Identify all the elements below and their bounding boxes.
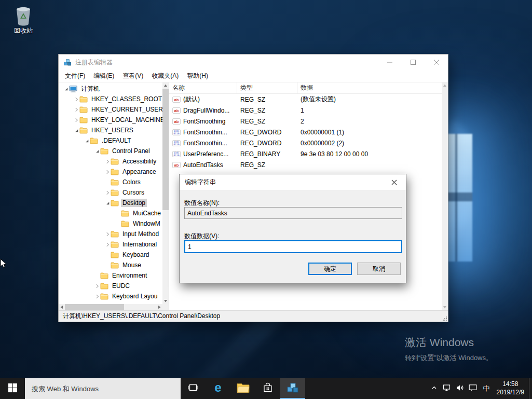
tree-item-计算机[interactable]: 计算机 [59,84,162,94]
binary-value-icon: 11010110 [172,151,181,157]
taskbar-search-box[interactable] [25,378,181,399]
scroll-track[interactable] [162,89,169,298]
tree-item-label: Input Method [121,230,160,238]
tree-item-environment[interactable]: Environment [59,270,162,281]
tree-item-international[interactable]: International [59,239,162,250]
tray-show-hidden-icons-button[interactable] [428,378,441,399]
taskbar-edge-button[interactable]: e [206,378,230,399]
tree-item-hkey-current-user[interactable]: HKEY_CURRENT_USER [59,104,162,115]
scroll-right-icon[interactable] [156,304,162,310]
ok-button[interactable]: 确定 [308,263,352,275]
tree-item-label: Keyboard [121,251,151,259]
taskbar-task-view-button[interactable] [181,378,206,399]
regedit-titlebar[interactable]: 注册表编辑器 [59,54,448,70]
menu-favorites[interactable]: 收藏夹(A) [147,70,183,82]
tree-item-keyboard[interactable]: Keyboard [59,250,162,260]
taskbar-regedit-button[interactable] [280,378,305,399]
menu-file[interactable]: 文件(F) [61,70,89,82]
maximize-button[interactable] [401,54,425,70]
value-row-autoendtasks[interactable]: abAutoEndTasksREG_SZ [169,159,442,170]
menu-help[interactable]: 帮助(H) [183,70,212,82]
scroll-thumb[interactable] [162,89,169,210]
value-row-fontsmoothin[interactable]: 11010110FontSmoothin...REG_DWORD0x000000… [169,127,442,137]
collapse-arrow-icon[interactable] [104,200,111,206]
show-desktop-button[interactable] [529,378,532,399]
value-type: REG_SZ [237,118,297,125]
expand-arrow-icon[interactable] [104,158,111,164]
tree-item-appearance[interactable]: Appearance [59,167,162,177]
collapse-arrow-icon[interactable] [84,137,90,144]
tree-item-keyboard-layou[interactable]: Keyboard Layou [59,291,162,301]
value-row-fontsmoothing[interactable]: abFontSmoothingREG_SZ2 [169,116,442,127]
scroll-track[interactable] [65,304,156,310]
scroll-down-icon[interactable] [442,304,448,310]
tree-item-label: Control Panel [111,147,152,155]
cancel-button[interactable]: 取消 [357,263,401,275]
taskbar-clock[interactable]: 14:58 2019/12/9 [494,378,529,399]
expand-arrow-icon[interactable] [104,169,111,175]
tree-item-eudc[interactable]: EUDC [59,281,162,291]
value-row-fontsmoothin[interactable]: 11010110FontSmoothin...REG_DWORD0x000000… [169,137,442,148]
tree-item-muicache[interactable]: MuiCache [59,208,162,218]
menu-edit[interactable]: 编辑(E) [89,70,118,82]
expand-arrow-icon[interactable] [104,241,111,247]
tree-item-hkey-classes-root[interactable]: HKEY_CLASSES_ROOT [59,94,162,104]
value-name-field[interactable] [184,207,402,219]
taskbar-store-button[interactable] [255,378,280,399]
expand-arrow-icon[interactable] [73,96,79,102]
tray-volume-button[interactable] [454,378,467,399]
tray-network-button[interactable] [441,378,454,399]
search-input[interactable] [25,378,181,399]
tree-item-hkey-local-machine[interactable]: HKEY_LOCAL_MACHINE [59,115,162,125]
start-button[interactable] [0,378,25,399]
tree-item-default[interactable]: .DEFAULT [59,135,162,146]
taskbar-file-explorer-button[interactable] [230,378,255,399]
tree-item-desktop[interactable]: Desktop [59,198,162,208]
scroll-up-icon[interactable] [162,82,169,89]
tree-item-colors[interactable]: Colors [59,177,162,187]
scroll-thumb[interactable] [65,304,124,310]
expand-arrow-icon[interactable] [73,117,79,123]
tree-item-mouse[interactable]: Mouse [59,260,162,270]
value-list: ab(默认)REG_SZ(数值未设置)abDragFullWindo...REG… [169,94,442,170]
tree-vertical-scrollbar[interactable] [162,82,169,304]
value-data-field[interactable] [184,240,402,253]
value-row-默认[interactable]: ab(默认)REG_SZ(数值未设置) [169,94,442,105]
dialog-titlebar[interactable]: 编辑字符串 [180,174,406,190]
expand-arrow-icon[interactable] [104,231,111,237]
resize-grip[interactable] [442,316,447,321]
tree-item-hkey-users[interactable]: HKEY_USERS [59,125,162,135]
column-header-type[interactable]: 类型 [237,82,297,93]
scroll-left-icon[interactable] [59,304,65,310]
value-row-dragfullwindo[interactable]: abDragFullWindo...REG_SZ1 [169,105,442,116]
column-header-data[interactable]: 数据 [297,82,442,93]
expand-arrow-icon[interactable] [94,293,100,299]
collapse-arrow-icon[interactable] [63,86,69,92]
close-button[interactable] [425,54,448,70]
expand-arrow-icon[interactable] [94,283,100,289]
collapse-arrow-icon[interactable] [73,127,79,133]
column-header-name[interactable]: 名称 [169,82,237,93]
scroll-track[interactable] [442,89,448,304]
list-vertical-scrollbar[interactable] [442,82,448,310]
tree-item-cursors[interactable]: Cursors [59,187,162,198]
tray-action-center-button[interactable] [467,378,480,399]
expand-arrow-icon[interactable] [104,189,111,196]
ime-indicator[interactable]: 中 [480,378,494,399]
menu-view[interactable]: 查看(V) [118,70,147,82]
minimize-button[interactable] [378,54,401,70]
scroll-down-icon[interactable] [162,298,169,304]
tree-item-windowm[interactable]: WindowM [59,218,162,229]
task-view-icon [187,382,199,395]
binary-value-icon: 11010110 [172,140,181,146]
collapse-arrow-icon[interactable] [94,148,100,154]
tree-item-input-method[interactable]: Input Method [59,229,162,239]
dialog-close-button[interactable] [383,174,406,190]
recycle-bin-desktop-icon[interactable]: 回收站 [6,4,40,35]
expand-arrow-icon[interactable] [73,106,79,113]
tree-item-control-panel[interactable]: Control Panel [59,146,162,156]
tree-horizontal-scrollbar[interactable] [59,304,162,310]
tree-item-accessibility[interactable]: Accessibility [59,156,162,167]
value-row-userpreferenc[interactable]: 11010110UserPreferenc...REG_BINARY9e 3e … [169,148,442,159]
scroll-up-icon[interactable] [442,82,448,89]
